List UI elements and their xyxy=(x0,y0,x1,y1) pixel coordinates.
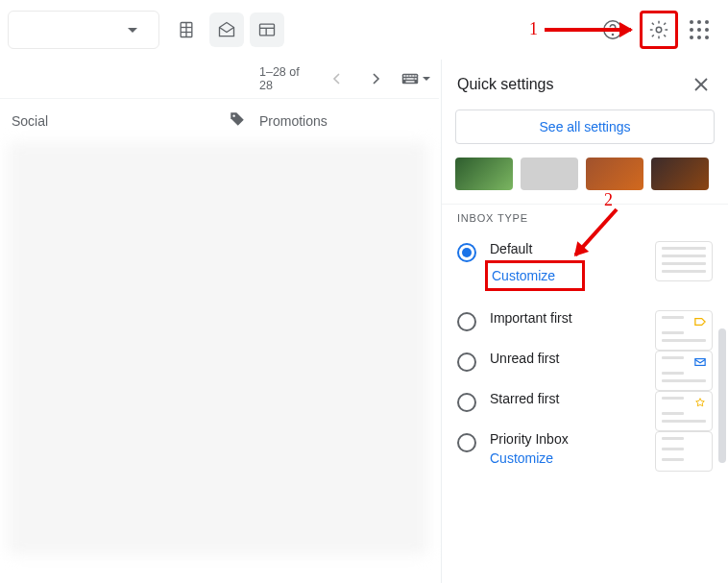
svg-point-8 xyxy=(612,34,613,35)
split-pane-icon[interactable] xyxy=(250,12,284,47)
option-label: Starred first xyxy=(490,391,559,406)
svg-point-9 xyxy=(656,27,662,33)
toolbar-icon-group xyxy=(169,12,284,47)
annotation-arrow-1 xyxy=(545,28,631,32)
tab-label: Promotions xyxy=(259,113,328,129)
chevron-down-icon xyxy=(128,28,137,33)
option-label: Priority Inbox xyxy=(490,431,569,447)
tab-label: Social xyxy=(12,113,48,129)
panel-header: Quick settings xyxy=(442,60,728,104)
input-method-dropdown[interactable] xyxy=(401,72,430,85)
theme-thumbnail[interactable] xyxy=(586,158,643,190)
email-list-blurred xyxy=(8,142,428,555)
next-page-button[interactable] xyxy=(363,65,388,92)
settings-icon[interactable] xyxy=(640,11,678,49)
apps-grid-icon[interactable] xyxy=(686,16,713,43)
tab-promotions[interactable]: Promotions xyxy=(217,110,328,131)
svg-rect-13 xyxy=(409,75,411,77)
layout-preview xyxy=(655,431,713,472)
scrollbar[interactable] xyxy=(718,328,726,463)
theme-thumbnail[interactable] xyxy=(521,158,578,190)
section-title: INBOX TYPE xyxy=(442,205,728,231)
theme-thumbnail[interactable] xyxy=(455,158,513,190)
svg-rect-14 xyxy=(412,75,414,77)
theme-thumbnail[interactable] xyxy=(651,158,709,190)
button-label: See all settings xyxy=(540,119,631,134)
inbox-type-option-starred[interactable]: Starred first xyxy=(442,381,728,422)
close-icon[interactable] xyxy=(690,73,713,96)
important-icon xyxy=(694,317,706,327)
radio-button[interactable] xyxy=(457,433,476,452)
radio-button[interactable] xyxy=(457,393,476,412)
category-tabs: Social Promotions xyxy=(0,98,439,142)
radio-button[interactable] xyxy=(457,312,476,331)
option-labels: Priority Inbox Customize xyxy=(490,431,569,466)
tab-social[interactable]: Social xyxy=(0,113,217,129)
svg-rect-11 xyxy=(403,75,405,77)
option-label: Unread first xyxy=(490,351,559,366)
svg-rect-18 xyxy=(414,78,416,80)
customize-link[interactable]: Customize xyxy=(490,450,569,466)
pagination-label: 1–28 of 28 xyxy=(259,65,311,92)
chevron-down-icon xyxy=(423,77,430,81)
tag-icon xyxy=(229,110,246,131)
panel-title: Quick settings xyxy=(457,76,553,93)
option-labels: Starred first xyxy=(490,391,559,406)
option-label: Important first xyxy=(490,310,572,326)
option-labels: Unread first xyxy=(490,351,559,366)
annotation-number-1: 1 xyxy=(529,19,538,39)
svg-rect-17 xyxy=(406,78,414,80)
svg-rect-19 xyxy=(405,81,414,83)
sheets-icon[interactable] xyxy=(169,12,204,47)
layout-preview xyxy=(655,241,713,281)
see-all-settings-button[interactable]: See all settings xyxy=(455,109,715,144)
svg-rect-15 xyxy=(415,75,417,77)
radio-button[interactable] xyxy=(457,352,476,372)
inbox-type-option-unread[interactable]: Unread first xyxy=(442,341,728,381)
inbox-type-option-important[interactable]: Important first xyxy=(442,301,728,341)
svg-rect-16 xyxy=(403,78,405,80)
inbox-type-option-priority[interactable]: Priority Inbox Customize xyxy=(442,422,728,475)
prev-page-button[interactable] xyxy=(325,65,350,92)
customize-link[interactable]: Customize xyxy=(485,260,585,291)
radio-button[interactable] xyxy=(457,243,476,262)
annotation-number-2: 2 xyxy=(604,190,613,210)
option-labels: Important first xyxy=(490,310,572,326)
mail-read-icon[interactable] xyxy=(209,12,244,47)
category-dropdown[interactable] xyxy=(8,11,159,49)
star-icon xyxy=(694,398,706,407)
svg-rect-12 xyxy=(406,75,408,77)
svg-rect-4 xyxy=(260,24,275,36)
svg-rect-23 xyxy=(695,359,705,366)
mail-icon xyxy=(694,357,706,367)
quick-settings-panel: Quick settings See all settings INBOX TY… xyxy=(441,60,728,583)
theme-thumbnails xyxy=(442,158,728,204)
svg-point-20 xyxy=(232,114,234,116)
